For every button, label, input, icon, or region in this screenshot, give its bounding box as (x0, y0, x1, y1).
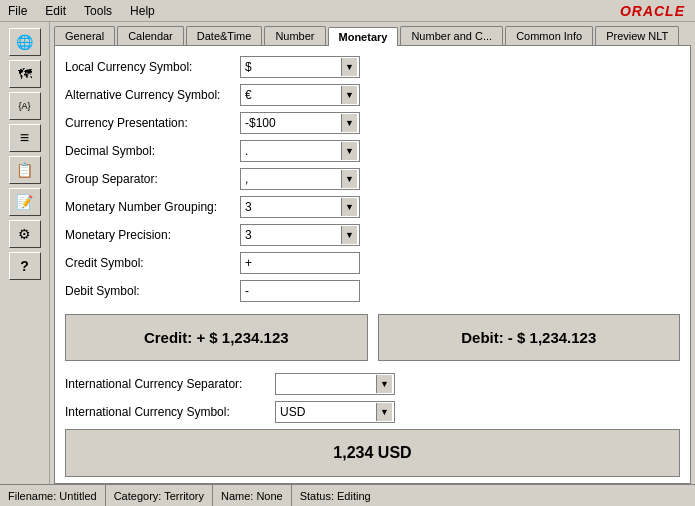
monetary-precision-dropdown[interactable]: 3 ▼ (240, 224, 360, 246)
local-currency-dropdown[interactable]: $ ▼ (240, 56, 360, 78)
currency-presentation-label: Currency Presentation: (65, 116, 240, 130)
tab-datetime[interactable]: Date&Time (186, 26, 263, 45)
status-editing: Status: Editing (292, 485, 379, 506)
debit-symbol-input[interactable] (240, 280, 360, 302)
group-separator-arrow[interactable]: ▼ (341, 170, 357, 188)
tab-previewnlt[interactable]: Preview NLT (595, 26, 679, 45)
group-separator-value: , (243, 172, 341, 186)
decimal-symbol-arrow[interactable]: ▼ (341, 142, 357, 160)
intl-symbol-arrow[interactable]: ▼ (376, 403, 392, 421)
menubar: File Edit Tools Help ORACLE (0, 0, 695, 22)
tab-monetary[interactable]: Monetary (328, 27, 399, 46)
decimal-symbol-value: . (243, 144, 341, 158)
currency-presentation-dropdown[interactable]: -$100 ▼ (240, 112, 360, 134)
menu-help[interactable]: Help (126, 3, 159, 19)
tab-numberandc[interactable]: Number and C... (400, 26, 503, 45)
status-category: Category: Territory (106, 485, 213, 506)
group-separator-label: Group Separator: (65, 172, 240, 186)
status-filename: Filename: Untitled (0, 485, 106, 506)
monetary-precision-arrow[interactable]: ▼ (341, 226, 357, 244)
intl-symbol-dropdown[interactable]: USD ▼ (275, 401, 395, 423)
oracle-logo: ORACLE (620, 3, 685, 19)
credit-symbol-label: Credit Symbol: (65, 256, 240, 270)
notepad-icon[interactable]: 📝 (9, 188, 41, 216)
local-currency-label: Local Currency Symbol: (65, 60, 240, 74)
decimal-symbol-row: Decimal Symbol: . ▼ (65, 140, 680, 162)
map-icon[interactable]: 🗺 (9, 60, 41, 88)
group-separator-row: Group Separator: , ▼ (65, 168, 680, 190)
currency-presentation-arrow[interactable]: ▼ (341, 114, 357, 132)
debit-symbol-row: Debit Symbol: (65, 280, 680, 302)
help-icon[interactable]: ? (9, 252, 41, 280)
tab-commoninfo[interactable]: Common Info (505, 26, 593, 45)
local-currency-value: $ (243, 60, 341, 74)
monetary-grouping-arrow[interactable]: ▼ (341, 198, 357, 216)
alt-currency-row: Alternative Currency Symbol: € ▼ (65, 84, 680, 106)
monetary-grouping-row: Monetary Number Grouping: 3 ▼ (65, 196, 680, 218)
currency-presentation-value: -$100 (243, 116, 341, 130)
debit-symbol-label: Debit Symbol: (65, 284, 240, 298)
alt-currency-label: Alternative Currency Symbol: (65, 88, 240, 102)
big-preview-box: 1,234 USD (65, 429, 680, 477)
intl-separator-label: International Currency Separator: (65, 377, 275, 391)
decimal-symbol-label: Decimal Symbol: (65, 144, 240, 158)
credit-symbol-row: Credit Symbol: (65, 252, 680, 274)
globe-icon[interactable]: 🌐 (9, 28, 41, 56)
intl-separator-row: International Currency Separator: ▼ (65, 373, 680, 395)
menu-edit[interactable]: Edit (41, 3, 70, 19)
currency-presentation-row: Currency Presentation: -$100 ▼ (65, 112, 680, 134)
local-currency-row: Local Currency Symbol: $ ▼ (65, 56, 680, 78)
tab-calendar[interactable]: Calendar (117, 26, 184, 45)
local-currency-arrow[interactable]: ▼ (341, 58, 357, 76)
menubar-items: File Edit Tools Help (4, 3, 159, 19)
intl-symbol-row: International Currency Symbol: USD ▼ (65, 401, 680, 423)
gear-icon[interactable]: ⚙ (9, 220, 41, 248)
alt-currency-value: € (243, 88, 341, 102)
intl-separator-arrow[interactable]: ▼ (376, 375, 392, 393)
monetary-grouping-value: 3 (243, 200, 341, 214)
sidebar: 🌐 🗺 {A} ≡ 📋 📝 ⚙ ? (0, 22, 50, 484)
statusbar: Filename: Untitled Category: Territory N… (0, 484, 695, 506)
menu-file[interactable]: File (4, 3, 31, 19)
credit-preview-box: Credit: + $ 1,234.123 (65, 314, 368, 361)
monetary-precision-row: Monetary Precision: 3 ▼ (65, 224, 680, 246)
menu-tools[interactable]: Tools (80, 3, 116, 19)
group-separator-dropdown[interactable]: , ▼ (240, 168, 360, 190)
content-area: General Calendar Date&Time Number Moneta… (50, 22, 695, 484)
alt-currency-dropdown[interactable]: € ▼ (240, 84, 360, 106)
status-name: Name: None (213, 485, 292, 506)
list-icon[interactable]: ≡ (9, 124, 41, 152)
book-icon[interactable]: 📋 (9, 156, 41, 184)
intl-symbol-label: International Currency Symbol: (65, 405, 275, 419)
credit-symbol-input[interactable] (240, 252, 360, 274)
preview-row: Credit: + $ 1,234.123 Debit: - $ 1,234.1… (65, 314, 680, 361)
tab-general[interactable]: General (54, 26, 115, 45)
intl-separator-dropdown[interactable]: ▼ (275, 373, 395, 395)
monetary-precision-value: 3 (243, 228, 341, 242)
debit-preview-box: Debit: - $ 1,234.123 (378, 314, 681, 361)
tab-number[interactable]: Number (264, 26, 325, 45)
main-container: 🌐 🗺 {A} ≡ 📋 📝 ⚙ ? General Calendar Date&… (0, 22, 695, 484)
monetary-grouping-dropdown[interactable]: 3 ▼ (240, 196, 360, 218)
intl-symbol-value: USD (278, 405, 376, 419)
decimal-symbol-dropdown[interactable]: . ▼ (240, 140, 360, 162)
monetary-panel: Local Currency Symbol: $ ▼ Alternative C… (54, 45, 691, 484)
alt-currency-arrow[interactable]: ▼ (341, 86, 357, 104)
tabs: General Calendar Date&Time Number Moneta… (50, 22, 695, 45)
abc-icon[interactable]: {A} (9, 92, 41, 120)
monetary-grouping-label: Monetary Number Grouping: (65, 200, 240, 214)
monetary-precision-label: Monetary Precision: (65, 228, 240, 242)
